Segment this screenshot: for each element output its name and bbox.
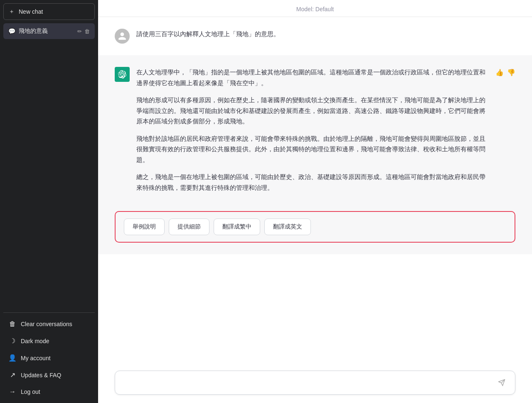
sidebar: ＋ New chat 💬 飛地的意義 ✏ 🗑 🗑 Clear conversat… — [0, 0, 98, 403]
conv-item-actions: ✏ 🗑 — [77, 28, 90, 34]
assistant-para-2: 飛地對於該地區的居民和政府管理者來說，可能會帶來特殊的挑戰。由於地理上的隔離，飛… — [136, 133, 489, 165]
conversation-item[interactable]: 💬 飛地的意義 ✏ 🗑 — [3, 23, 95, 39]
sidebar-bottom: 🗑 Clear conversations ☽ Dark mode 👤 My a… — [3, 312, 95, 400]
suggestion-btn-1[interactable]: 提供細節 — [169, 219, 209, 235]
input-wrapper — [115, 371, 515, 395]
suggestion-btn-2[interactable]: 翻譯成繁中 — [214, 219, 260, 235]
darkmode-label: Dark mode — [21, 338, 49, 344]
myaccount-label: My account — [21, 355, 51, 361]
send-icon — [498, 379, 505, 386]
chat-bubble-icon: 💬 — [8, 28, 15, 34]
assistant-para-3: 總之，飛地是一個在地理上被包圍的區域，可能由於歷史、政治、基礎建設等原因而形成。… — [136, 172, 489, 193]
logout-icon: → — [8, 388, 17, 396]
suggestions-area: 舉例說明 提供細節 翻譯成繁中 翻譯成英文 — [98, 204, 532, 254]
assistant-message-content: 在人文地理學中，「飛地」指的是一個地理上被其他地區包圍的區域。這種地區通常是一個… — [136, 67, 489, 193]
moon-icon: ☽ — [8, 337, 17, 345]
sidebar-item-myaccount[interactable]: 👤 My account — [3, 350, 95, 366]
user-avatar — [115, 29, 130, 44]
assistant-message-block: 在人文地理學中，「飛地」指的是一個地理上被其他地區包圍的區域。這種地區通常是一個… — [98, 55, 532, 204]
user-message-content: 請使用三百字以內解釋人文地理上「飛地」的意思。 — [136, 29, 515, 39]
suggestions-border: 舉例說明 提供細節 翻譯成繁中 翻譯成英文 — [115, 211, 515, 243]
sidebar-item-clear[interactable]: 🗑 Clear conversations — [3, 316, 95, 332]
thumbs-down-icon[interactable]: 👎 — [507, 69, 515, 76]
message-actions: 👍 👎 — [495, 69, 515, 76]
new-chat-button[interactable]: ＋ New chat — [3, 3, 95, 20]
user-message-text: 請使用三百字以內解釋人文地理上「飛地」的意思。 — [136, 29, 515, 39]
suggestion-btn-3[interactable]: 翻譯成英文 — [264, 219, 311, 235]
person-icon: 👤 — [8, 354, 17, 362]
user-message-block: 請使用三百字以內解釋人文地理上「飛地」的意思。 — [98, 17, 532, 55]
assistant-avatar — [115, 67, 130, 82]
chat-input[interactable] — [122, 379, 495, 386]
sidebar-item-logout[interactable]: → Log out — [3, 384, 95, 400]
logout-label: Log out — [21, 388, 40, 395]
assistant-para-1: 飛地的形成可以有多種原因，例如在歷史上，隨著國界的變動或領土交換而產生。在某些情… — [136, 95, 489, 127]
new-chat-label: New chat — [19, 8, 43, 15]
model-label: Model: Default — [296, 6, 334, 12]
suggestion-btn-0[interactable]: 舉例說明 — [124, 219, 165, 235]
external-link-icon: ↗ — [8, 371, 17, 379]
clear-label: Clear conversations — [21, 321, 72, 327]
trash-icon: 🗑 — [8, 320, 17, 328]
delete-icon[interactable]: 🗑 — [84, 28, 90, 34]
chat-area: 請使用三百字以內解釋人文地理上「飛地」的意思。 在人文地理學中，「飛地」指的是一… — [98, 17, 532, 364]
edit-icon[interactable]: ✏ — [77, 28, 82, 34]
main-area: Model: Default 請使用三百字以內解釋人文地理上「飛地」的意思。 在… — [98, 0, 532, 403]
conv-item-label: 飛地的意義 — [19, 27, 48, 35]
input-area — [98, 364, 532, 403]
updates-label: Updates & FAQ — [21, 372, 61, 378]
header: Model: Default — [98, 0, 532, 17]
assistant-para-0: 在人文地理學中，「飛地」指的是一個地理上被其他地區包圍的區域。這種地區通常是一個… — [136, 67, 489, 88]
sidebar-item-darkmode[interactable]: ☽ Dark mode — [3, 333, 95, 349]
plus-icon: ＋ — [9, 8, 15, 15]
conv-item-left: 💬 飛地的意義 — [8, 27, 48, 35]
conversations-list: 💬 飛地的意義 ✏ 🗑 — [3, 23, 95, 312]
empty-area — [98, 254, 532, 364]
sidebar-item-updates[interactable]: ↗ Updates & FAQ — [3, 367, 95, 383]
thumbs-up-icon[interactable]: 👍 — [495, 69, 504, 76]
send-button[interactable] — [495, 376, 508, 389]
